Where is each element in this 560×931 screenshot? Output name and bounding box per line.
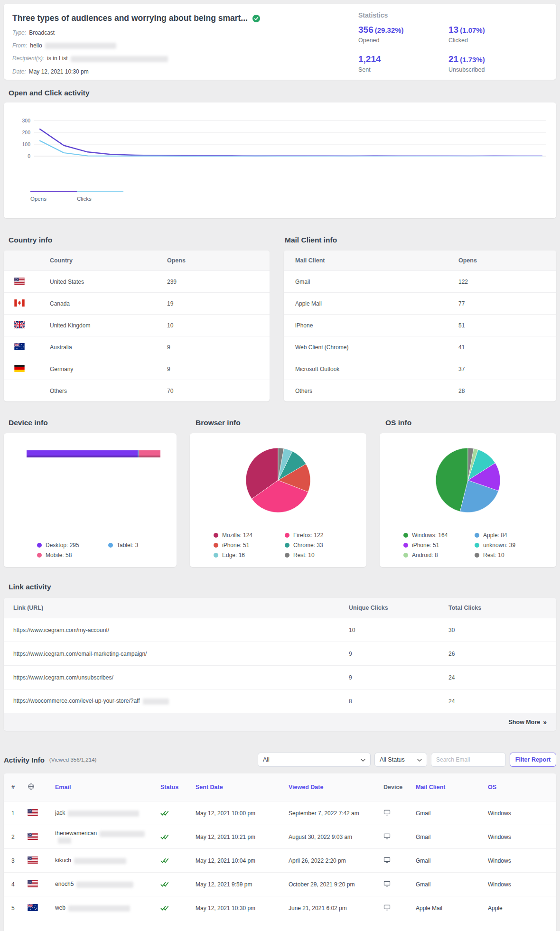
activity-col-header--: #	[11, 784, 28, 791]
country-name: Germany	[50, 366, 167, 372]
chevron-down-icon	[417, 756, 422, 763]
redacted-text	[68, 810, 139, 817]
mail-client-opens: 77	[458, 300, 545, 307]
legend-label: Firefox: 122	[293, 532, 323, 539]
country-name: Others	[50, 388, 167, 394]
stat-item: 13(1.07%)Clicked	[448, 25, 539, 44]
legend-label: iPhone: 51	[412, 542, 439, 549]
stat-label: Sent	[358, 66, 448, 73]
flag-cell	[14, 321, 50, 330]
mail-client-row: iPhone51	[284, 314, 556, 336]
legend-color-dot	[403, 553, 408, 558]
unique-clicks-value: 9	[349, 651, 448, 657]
activity-row: 3kikuchMay 12, 2021 10:04 pmApril 26, 20…	[4, 848, 556, 872]
us-flag-icon	[28, 880, 38, 887]
link-activity-row: https://www.icegram.com/unsubscribes/924	[4, 665, 556, 689]
viewed-count: (Viewed 356/1,214)	[49, 757, 97, 763]
activity-row: 4enoch5May 12, 2021 9:59 pmOctober 29, 2…	[4, 872, 556, 896]
legend-item: Firefox: 122	[285, 532, 366, 539]
desktop-device-icon	[383, 809, 416, 818]
show-more-link[interactable]: Show More »	[509, 718, 546, 726]
email-cell: kikuch	[55, 857, 160, 864]
activity-col-header-device: Device	[383, 784, 416, 791]
os-info-card: Windows: 164Apple: 84iPhone: 51unknown: …	[380, 433, 556, 567]
svg-text:200: 200	[22, 130, 30, 135]
sent-date: May 12, 2021 10:30 pm	[196, 905, 289, 912]
legend-item: Apple: 84	[475, 532, 556, 539]
sent-date: May 12, 2021 10:04 pm	[196, 857, 289, 864]
ca-flag-icon	[14, 299, 25, 307]
country-opens: 9	[167, 344, 270, 351]
country-opens: 10	[167, 322, 270, 329]
mail-opens-col-header: Opens	[458, 257, 545, 264]
total-clicks-col-header: Total Clicks	[448, 605, 556, 611]
legend-label: unknown: 39	[483, 542, 515, 549]
legend-color-dot	[285, 543, 289, 548]
desktop-device-icon	[383, 880, 416, 889]
country-info-heading: Country info	[9, 236, 52, 244]
mail-client-name: Web Client (Chrome)	[295, 344, 458, 351]
total-clicks-value: 24	[448, 698, 556, 705]
country-info-card: Country Opens United States239Canada19Un…	[4, 251, 270, 401]
country-row: Australia9	[4, 336, 270, 358]
legend-item: iPhone: 51	[214, 542, 285, 549]
country-row: Canada19	[4, 292, 270, 314]
chevron-down-icon	[361, 756, 365, 763]
legend-color-dot	[475, 553, 479, 558]
campaign-filter-select[interactable]: All	[258, 753, 371, 767]
open-click-line-chart: 3002001000	[11, 110, 549, 169]
double-chevron-icon: »	[543, 718, 546, 726]
legend-item: Tablet: 3	[108, 542, 167, 549]
os-cell: Windows	[488, 834, 556, 840]
stat-value-line: 21(1.73%)	[448, 54, 539, 65]
email-prefix: jack	[55, 810, 65, 816]
legend-color-dot	[37, 543, 42, 548]
legend-label: Desktop: 295	[46, 542, 79, 549]
total-clicks-value: 26	[448, 651, 556, 657]
country-name: Canada	[50, 300, 167, 307]
flag-cell	[28, 857, 55, 865]
legend-item: Mobile: 58	[37, 552, 108, 559]
email-cell: jack	[55, 810, 160, 816]
svg-text:0: 0	[28, 153, 30, 159]
link-activity-heading: Link activity	[9, 583, 51, 591]
stat-item: 21(1.73%)Unsubscribed	[448, 54, 539, 73]
campaign-summary-card: Three types of audiences and worrying ab…	[4, 4, 556, 80]
os-info-heading: OS info	[385, 419, 411, 427]
flag-cell	[28, 833, 55, 841]
status-opened-icon	[160, 857, 196, 864]
activity-col-header-status: Status	[160, 784, 196, 791]
stat-label: Clicked	[448, 37, 539, 44]
country-opens: 70	[167, 388, 270, 394]
link-url: https://www.icegram.com/unsubscribes/	[13, 674, 349, 681]
link-url: https://www.icegram.com/email-marketing-…	[13, 651, 349, 657]
redacted-text	[45, 43, 116, 49]
stat-value: 21	[448, 54, 458, 64]
redacted-text	[76, 882, 133, 888]
link-url: https://woocommerce.com/level-up-your-st…	[13, 698, 349, 704]
country-name: Australia	[50, 344, 167, 351]
legend-item: Rest: 10	[475, 552, 556, 559]
browser-pie-chart	[190, 440, 366, 521]
mail-client-cell: Gmail	[416, 810, 488, 817]
filter-report-button[interactable]: Filter Report	[510, 753, 556, 767]
mail-client-row: Others28	[284, 380, 556, 401]
redacted-text	[74, 858, 126, 864]
country-opens: 19	[167, 300, 270, 307]
redacted-text	[68, 905, 130, 912]
meta-label: From:	[12, 42, 27, 49]
globe-icon	[28, 783, 55, 791]
status-filter-select[interactable]: All Status	[374, 753, 427, 767]
mail-client-cell: Gmail	[416, 834, 488, 840]
activity-col-header-viewed-date: Viewed Date	[289, 784, 383, 791]
country-opens-col-header: Opens	[167, 257, 270, 264]
activity-row: 2thenewamericanMay 12, 2021 10:21 pmAugu…	[4, 825, 556, 848]
mail-client-name: Apple Mail	[295, 300, 458, 307]
mail-client-row: Web Client (Chrome)41	[284, 336, 556, 358]
search-email-input[interactable]	[431, 753, 506, 767]
flag-cell	[28, 880, 55, 889]
legend-item: iPhone: 51	[403, 542, 475, 549]
mail-client-cell: Gmail	[416, 881, 488, 888]
legend-item-clicks: Clicks	[77, 191, 123, 202]
flag-cell	[28, 809, 55, 818]
